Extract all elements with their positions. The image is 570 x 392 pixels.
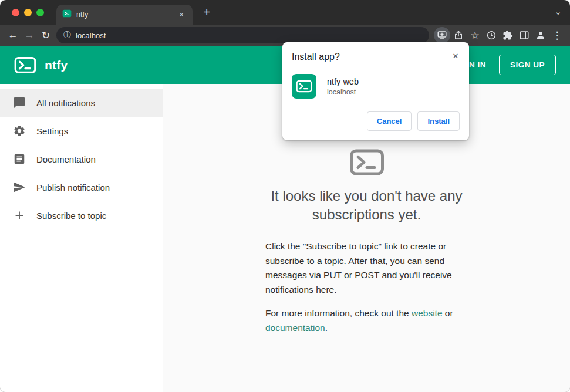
install-app-button[interactable]: [434, 27, 450, 43]
extensions-puzzle-icon[interactable]: [500, 27, 516, 43]
ntfy-app-icon: [292, 74, 316, 99]
close-window-button[interactable]: [12, 9, 19, 16]
website-link[interactable]: website: [412, 308, 443, 318]
install-icon: [437, 30, 447, 40]
cancel-button[interactable]: Cancel: [367, 111, 412, 131]
sidebar-item-publish-notification[interactable]: Publish notification: [0, 173, 163, 201]
app-title[interactable]: ntfy: [45, 58, 68, 72]
sign-up-button[interactable]: SIGN UP: [499, 55, 556, 75]
sidebar-item-subscribe-to-topic[interactable]: Subscribe to topic: [0, 201, 163, 229]
minimize-window-button[interactable]: [24, 9, 32, 16]
profile-avatar[interactable]: [532, 27, 549, 43]
document-icon: [13, 153, 26, 165]
empty-state-more-info: For more information, check out the webs…: [265, 306, 468, 336]
traffic-lights: [12, 9, 44, 16]
sidebar-item-settings[interactable]: Settings: [0, 117, 163, 145]
forward-button[interactable]: →: [21, 27, 38, 43]
send-icon: [13, 181, 26, 194]
documentation-link[interactable]: documentation: [265, 323, 325, 333]
new-tab-button[interactable]: +: [198, 4, 215, 21]
sidebar-item-label: Publish notification: [36, 183, 110, 192]
tab-favicon-ntfy-icon: [62, 9, 72, 21]
empty-state-heading: It looks like you don't have any subscri…: [244, 187, 490, 224]
chat-bubble-icon: [13, 96, 26, 109]
install-dialog-title: Install app?: [292, 52, 460, 62]
gear-icon: [13, 124, 26, 137]
share-icon: [453, 30, 464, 40]
bookmark-star-button[interactable]: ☆: [467, 27, 483, 43]
sidebar-item-documentation[interactable]: Documentation: [0, 145, 163, 173]
maximize-window-button[interactable]: [36, 9, 44, 16]
address-bar[interactable]: ⓘ localhost: [56, 27, 429, 43]
side-panel-button[interactable]: [516, 27, 532, 43]
install-dialog-app-info: ntfy web localhost: [327, 77, 359, 96]
browser-menu-kebab[interactable]: ⋮: [549, 27, 565, 43]
tab-close-icon[interactable]: ✕: [176, 9, 187, 20]
sidebar-item-label: All notifications: [36, 98, 95, 108]
tab-strip: ntfy ✕ + ⌄: [0, 0, 570, 25]
sidebar-item-label: Settings: [36, 126, 68, 136]
back-button[interactable]: ←: [5, 27, 21, 43]
more-info-prefix: For more information, check out the: [265, 308, 409, 318]
install-app-origin: localhost: [327, 88, 359, 96]
install-dialog-actions: Cancel Install: [292, 111, 460, 131]
extension-icon-1[interactable]: [483, 27, 500, 43]
browser-tab-ntfy[interactable]: ntfy ✕: [56, 5, 193, 25]
address-url: localhost: [76, 31, 106, 40]
install-button[interactable]: Install: [417, 111, 460, 131]
tab-title: ntfy: [76, 11, 171, 19]
reload-button[interactable]: ↻: [38, 27, 54, 43]
install-app-name: ntfy web: [327, 77, 359, 86]
more-info-suffix: .: [325, 323, 328, 333]
ntfy-logo-icon: [14, 56, 36, 74]
sidebar-item-label: Documentation: [36, 154, 96, 164]
share-button[interactable]: [450, 27, 467, 43]
dialog-close-icon[interactable]: ✕: [449, 49, 462, 62]
ntfy-empty-state-logo-icon: [349, 148, 385, 176]
sidebar-item-all-notifications[interactable]: All notifications: [0, 89, 163, 117]
tab-search-chevron-icon[interactable]: ⌄: [554, 6, 562, 17]
sidebar: All notifications Settings Documentation…: [0, 84, 163, 392]
install-dialog-app-row: ntfy web localhost: [292, 74, 460, 99]
install-app-dialog: Install app? ✕ ntfy web localhost Cancel…: [282, 42, 469, 140]
site-info-icon[interactable]: ⓘ: [63, 30, 71, 40]
sidebar-item-label: Subscribe to topic: [36, 211, 106, 221]
more-info-conjunction: or: [445, 308, 453, 318]
empty-state-instructions: Click the "Subscribe to topic" link to c…: [265, 239, 468, 298]
browser-window: ntfy ✕ + ⌄ ← → ↻ ⓘ localhost ☆: [0, 0, 570, 392]
plus-icon: [13, 209, 26, 222]
